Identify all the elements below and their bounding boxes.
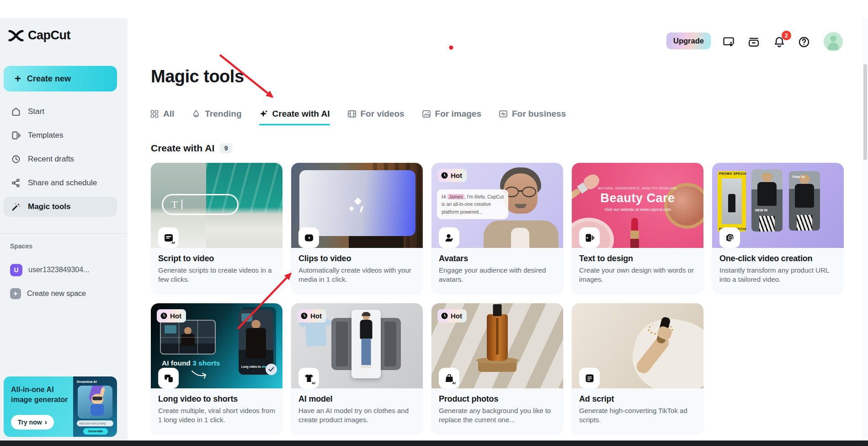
ad-script-icon	[579, 368, 600, 388]
section-title: Create with AI	[151, 143, 214, 154]
space-name: user1323849304...	[28, 266, 89, 274]
plus-icon: +	[15, 73, 21, 84]
flame-icon	[192, 109, 201, 118]
product-photos-icon: AI	[439, 368, 459, 388]
sidebar-item-magic-tools[interactable]: Magic tools	[4, 197, 117, 217]
card-script-to-video[interactable]: T AI Script to video Generate scripts to…	[151, 163, 282, 294]
clock-icon	[11, 154, 21, 164]
card-description: Generate any background you like to repl…	[439, 406, 556, 425]
card-text-to-design[interactable]: NATURAL INGREDIENTS, HEALTHY SKINCARE Be…	[572, 163, 703, 294]
home-icon	[11, 107, 21, 117]
bottom-bar	[0, 441, 868, 446]
card-title: Avatars	[439, 254, 556, 263]
design-overlay-text: NATURAL INGREDIENTS, HEALTHY SKINCARE Be…	[572, 187, 703, 212]
tab-create-with-ai[interactable]: Create with AI	[259, 102, 330, 125]
clips-to-video-icon	[298, 227, 319, 248]
card-ai-model[interactable]: Hot AI AI model Have an AI model try on …	[291, 303, 423, 435]
screen-download-icon	[722, 36, 735, 48]
tab-for-images[interactable]: For images	[422, 102, 481, 125]
help-button[interactable]	[796, 34, 812, 50]
sparkle-icon	[259, 109, 268, 118]
image-icon	[422, 109, 431, 118]
card-clips-to-video[interactable]: Clips to video Automatically create vide…	[291, 163, 423, 294]
model-card-illustration	[351, 310, 381, 378]
create-new-button[interactable]: + Create new	[4, 66, 117, 91]
card-avatars[interactable]: Hi James, I'm Refa. CapCut is an all-in-…	[431, 163, 563, 294]
clock-badge-icon	[441, 312, 448, 319]
banner-prompt-field: Add your text promp	[77, 420, 113, 426]
create-new-space-button[interactable]: + Create new space	[4, 284, 117, 304]
product-photos-thumbnail: Hot AI	[431, 303, 563, 388]
grid-icon	[150, 109, 159, 118]
annotation-dot	[449, 46, 453, 50]
user-avatar[interactable]	[824, 32, 843, 51]
section-count-badge: 9	[220, 143, 232, 154]
notifications-button[interactable]: 2	[771, 34, 788, 50]
long-video-thumbnail: AI found 3 shorts Long video to shorts	[151, 303, 282, 388]
screen-mirror-button[interactable]	[720, 34, 737, 50]
banner-generate-button: Generate	[83, 428, 108, 435]
clock-badge-icon	[441, 172, 448, 179]
ai-model-icon: AI	[298, 368, 319, 388]
text-cursor	[181, 199, 182, 210]
card-description: Create multiple, viral short videos from…	[158, 406, 275, 425]
sidebar-item-start[interactable]: Start	[4, 102, 117, 122]
spaces-label: Spaces	[10, 242, 32, 250]
capcut-app: CapCut + Create new Start Templates Rece…	[0, 0, 868, 446]
tools-row-2: AI found 3 shorts Long video to shorts	[151, 303, 850, 435]
avatar-speech-bubble: Hi James, I'm Refa. CapCut is an all-in-…	[437, 189, 508, 219]
find-variant: Find Yo	[789, 171, 820, 231]
one-click-icon	[719, 227, 740, 248]
page-scrollbar[interactable]	[863, 18, 868, 441]
tab-trending[interactable]: Trending	[192, 102, 241, 125]
archive-box-icon	[747, 36, 760, 48]
landscape-video-illustration	[160, 320, 216, 355]
card-product-photos[interactable]: Hot AI Product photos Generate any backg…	[431, 303, 563, 435]
tab-for-videos[interactable]: For videos	[347, 102, 405, 125]
one-click-thumbnail: PROMO SPECIAL PROMO SPECIAL PROMO SPECIA…	[712, 163, 844, 248]
script-to-video-thumbnail: T AI	[151, 163, 282, 248]
card-long-video-to-shorts[interactable]: AI found 3 shorts Long video to shorts	[151, 303, 282, 435]
page-title: Magic tools	[151, 67, 244, 86]
section-header: Create with AI 9	[151, 143, 232, 154]
card-one-click-video-creation[interactable]: PROMO SPECIAL PROMO SPECIAL PROMO SPECIA…	[712, 163, 844, 294]
long-video-to-shorts-icon	[158, 368, 179, 388]
card-title: One-click video creation	[719, 254, 836, 263]
card-description: Automatically create videos with your me…	[298, 266, 415, 285]
text-to-design-thumbnail: NATURAL INGREDIENTS, HEALTHY SKINCARE Be…	[572, 163, 703, 248]
sidebar-item-templates[interactable]: Templates	[4, 125, 117, 145]
workspace-button[interactable]	[746, 34, 762, 50]
banner-image-card	[78, 386, 112, 419]
chevron-right-icon	[45, 418, 48, 427]
share-icon	[11, 178, 21, 188]
capcut-logo[interactable]: CapCut	[8, 28, 70, 43]
card-ad-script[interactable]: Ad script Generate high-converting TikTo…	[572, 303, 703, 435]
tab-for-business[interactable]: For business	[499, 102, 566, 125]
tools-row-1: T AI Script to video Generate scripts to…	[151, 163, 850, 294]
magic-wand-icon	[11, 202, 21, 212]
card-description: Create your own design with words or ima…	[579, 266, 696, 285]
sidebar-nav: Start Templates Recent drafts Share and …	[4, 102, 117, 217]
ai-found-caption: AI found 3 shorts	[162, 359, 220, 367]
sidebar-item-user-space[interactable]: U user1323849304...	[4, 260, 117, 280]
card-title: Ad script	[579, 394, 696, 404]
card-description: Have an AI model try on clothes and crea…	[298, 406, 415, 425]
scrollbar-thumb[interactable]	[863, 64, 867, 160]
check-icon	[266, 364, 277, 375]
hot-badge: Hot	[157, 309, 186, 322]
dreamina-promo-banner[interactable]: All-in-one AI image generator Try now Dr…	[4, 376, 117, 437]
ai-model-thumbnail: Hot AI	[291, 303, 423, 388]
upgrade-button[interactable]: Upgrade	[666, 32, 711, 49]
card-description: Engage your audience with desired avatar…	[439, 266, 556, 285]
tools-grid: T AI Script to video Generate scripts to…	[151, 163, 850, 444]
try-now-button[interactable]: Try now	[11, 415, 54, 430]
tab-all[interactable]: All	[150, 102, 174, 125]
hot-badge: Hot	[297, 309, 326, 322]
business-icon	[499, 109, 508, 118]
bottle-illustration	[487, 314, 508, 361]
banner-illustration: Dreamina AI Add your text promp Generate	[73, 376, 117, 437]
script-to-video-icon: AI	[158, 227, 179, 248]
banner-title: All-in-one AI image generator	[11, 385, 70, 404]
sidebar-item-recent-drafts[interactable]: Recent drafts	[4, 149, 117, 169]
sidebar-item-share-and-schedule[interactable]: Share and schedule	[4, 173, 117, 193]
